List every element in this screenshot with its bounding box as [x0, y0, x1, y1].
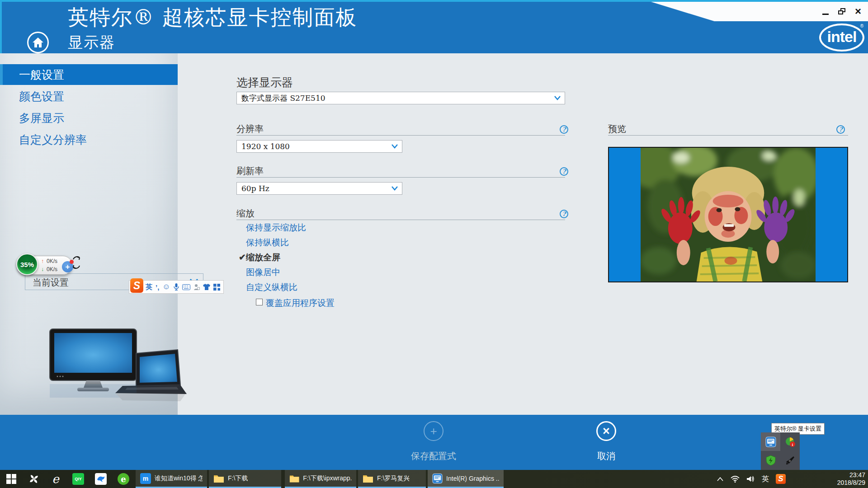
refresh-rate-help-button[interactable]: ?: [560, 167, 568, 176]
tray-expand-button[interactable]: [713, 470, 727, 488]
task-folder-download[interactable]: F:\下载: [209, 470, 281, 488]
windows-icon: [6, 474, 16, 484]
override-app-settings-checkbox[interactable]: [256, 299, 263, 305]
scaling-option-maintain-aspect-ratio[interactable]: 保持纵横比: [246, 237, 289, 249]
scaling-option-custom-aspect-ratio[interactable]: 自定义纵横比: [246, 282, 297, 293]
scaling-label: 缩放: [236, 207, 255, 220]
clock-time: 23:47: [837, 471, 865, 479]
speaker-icon: [746, 475, 755, 483]
sogou-tray-button[interactable]: S: [773, 470, 788, 488]
cancel-label: 取消: [561, 450, 651, 462]
restore-button[interactable]: [835, 5, 848, 17]
microphone-icon: [174, 283, 179, 291]
antivirus-tray-icon[interactable]: i: [780, 432, 800, 451]
clock[interactable]: 23:47 2018/8/29: [837, 471, 865, 487]
refresh-rate-dropdown[interactable]: 60p Hz: [236, 182, 402, 195]
pinned-app-thunder-button[interactable]: [90, 470, 111, 488]
restore-icon: [838, 8, 845, 14]
volume-tray-button[interactable]: [743, 470, 758, 488]
titlebar: × 英特尔® 超核芯显卡控制面板 显示器 intel ®: [0, 0, 868, 53]
ie-icon: e: [52, 472, 59, 486]
close-icon: ×: [855, 6, 861, 17]
shield-tray-icon[interactable]: [761, 451, 780, 469]
pinned-app-360browser-button[interactable]: e: [113, 470, 134, 488]
divider: [236, 220, 565, 220]
task-folder-ipxwrapper[interactable]: F:\下载\ipxwrapp...: [285, 470, 356, 488]
green-e-icon: e: [118, 473, 129, 485]
voice-input-button[interactable]: [174, 283, 179, 291]
pinned-app-iqiyi-button[interactable]: QIY: [68, 470, 89, 488]
sogou-input-bar[interactable]: S 英 ’, ☺: [129, 280, 224, 294]
passthrough-button[interactable]: [193, 284, 200, 291]
down-arrow-icon: ↓: [41, 266, 44, 272]
grid-icon: [213, 284, 220, 291]
sidebar-item-general-settings[interactable]: 一般设置: [0, 64, 178, 85]
plus-circle-icon: +: [424, 421, 443, 441]
home-icon: [32, 37, 44, 48]
task-intel-graphics[interactable]: Intel(R) Graphics ...: [428, 470, 504, 488]
refresh-rate-label: 刷新率: [236, 165, 264, 177]
sidebar-item-custom-resolution[interactable]: 自定义分辨率: [0, 129, 178, 150]
chevron-down-icon: [554, 95, 561, 101]
folder-icon: [363, 474, 373, 483]
toolbox-button[interactable]: [213, 284, 220, 291]
wifi-icon: [731, 475, 740, 483]
sidebar-item-color-settings[interactable]: 颜色设置: [0, 86, 178, 107]
keyboard-icon: [182, 284, 190, 290]
shirt-icon: [203, 284, 210, 290]
intel-graphics-tray-icon[interactable]: [761, 432, 780, 451]
sogou-logo-icon[interactable]: S: [130, 278, 143, 293]
pinned-app-ie-button[interactable]: e: [45, 470, 66, 488]
busy-cursor-icon: [71, 256, 81, 271]
taskbar: e QIY e m 谁知道win10得 怎...: [0, 470, 868, 488]
scaling-option-maintain-display-scaling[interactable]: 保持显示缩放比: [246, 222, 306, 234]
task-folder-rome[interactable]: F:\罗马复兴: [358, 470, 426, 488]
accent-strip-top: [0, 0, 868, 2]
preview-label: 预览: [608, 123, 626, 135]
chevron-down-icon: [391, 144, 398, 149]
override-app-settings-label[interactable]: 覆盖应用程序设置: [266, 297, 335, 309]
close-circle-icon: ×: [596, 421, 616, 441]
save-profile-button[interactable]: + 保存配置式: [388, 418, 479, 467]
iqiyi-icon: QIY: [72, 473, 84, 485]
resolution-dropdown[interactable]: 868 x 488: [236, 140, 402, 153]
page-title: 显示器: [68, 33, 115, 53]
chevron-down-icon: [391, 186, 398, 191]
folder-icon: [213, 474, 224, 483]
scaling-option-center-image[interactable]: 图像居中: [246, 267, 280, 278]
sidebar-item-multi-display[interactable]: 多屏显示: [0, 108, 178, 128]
resolution-label: 分辨率: [236, 123, 264, 135]
soft-keyboard-button[interactable]: [182, 284, 190, 290]
minimize-button[interactable]: [819, 5, 832, 17]
scaling-option-scale-full-screen[interactable]: ✔缩放全屏: [239, 252, 280, 263]
preview-help-button[interactable]: ?: [836, 125, 845, 134]
divider: [236, 177, 565, 178]
folder-icon: [289, 474, 299, 483]
pinned-app-360-button[interactable]: [24, 470, 44, 488]
speaker-tray-icon[interactable]: [780, 451, 800, 469]
resolution-help-button[interactable]: ?: [560, 125, 568, 134]
cancel-button[interactable]: × 取消: [561, 418, 651, 467]
minimize-icon: [822, 14, 829, 15]
input-language-button[interactable]: 英: [759, 470, 772, 488]
wifi-tray-button[interactable]: [728, 470, 742, 488]
preview-image: [608, 147, 848, 282]
scaling-help-button[interactable]: ?: [560, 210, 568, 218]
display-select-dropdown[interactable]: 数字式显示器 S27E510: [236, 92, 565, 104]
language-toggle[interactable]: 英: [146, 283, 152, 291]
divider: [608, 135, 848, 136]
memory-usage-ball[interactable]: 35%: [16, 253, 38, 275]
start-button[interactable]: [1, 470, 22, 488]
app-title: 英特尔® 超核芯显卡控制面板: [68, 4, 358, 32]
save-profile-label: 保存配置式: [388, 450, 479, 462]
preview-photo-child: [641, 148, 816, 282]
up-arrow-icon: ↑: [41, 258, 44, 264]
clock-date: 2018/8/29: [837, 479, 865, 487]
skin-button[interactable]: [203, 284, 210, 290]
task-maxthon-window[interactable]: m 谁知道win10得 怎...: [136, 470, 207, 488]
punctuation-toggle[interactable]: ’,: [156, 283, 159, 291]
emoji-button[interactable]: ☺: [162, 282, 170, 291]
intel-logo: intel ®: [819, 23, 864, 52]
close-button[interactable]: ×: [852, 5, 864, 17]
home-button[interactable]: [27, 32, 49, 53]
